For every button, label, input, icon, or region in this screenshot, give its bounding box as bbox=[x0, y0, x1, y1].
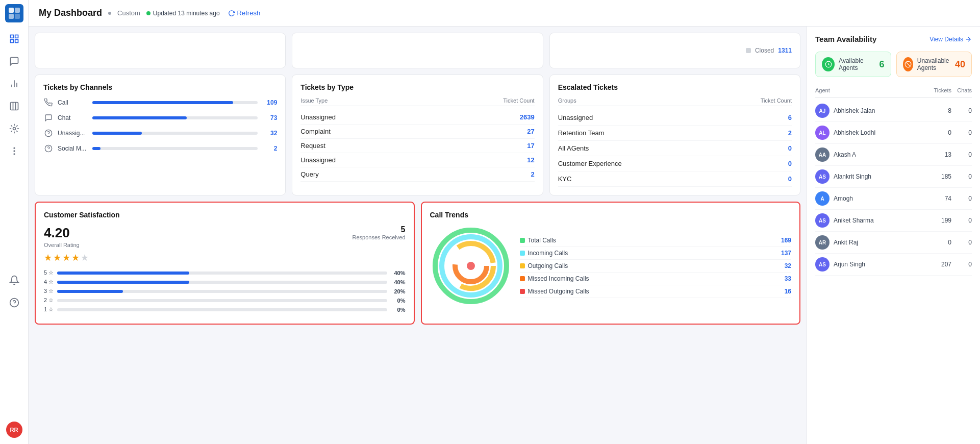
agent-ticket-count: 207 bbox=[921, 261, 951, 268]
star-3: ★ bbox=[62, 252, 70, 263]
refresh-label: Refresh bbox=[237, 9, 261, 17]
closed-indicator: Closed 1311 bbox=[746, 43, 792, 58]
channel-row: Chat 73 bbox=[43, 113, 277, 123]
tickets-type-header: Issue Type Ticket Count bbox=[300, 97, 534, 106]
sidebar-item-integrations[interactable] bbox=[4, 118, 24, 139]
legend-dot bbox=[520, 263, 525, 268]
sidebar-item-notifications[interactable] bbox=[4, 270, 24, 290]
content-area: Closed 1311 Tickets by Channels Call 109… bbox=[29, 27, 980, 444]
escalated-row: Unassigned6 bbox=[558, 110, 792, 126]
legend-count: 16 bbox=[785, 288, 791, 295]
star-1: ★ bbox=[44, 252, 52, 263]
svg-rect-3 bbox=[15, 14, 20, 19]
legend-count: 137 bbox=[781, 250, 791, 257]
call-legend: Total Calls 169 Incoming Calls 137 Outgo… bbox=[520, 234, 792, 298]
star-2: ★ bbox=[53, 252, 61, 263]
agent-chat-count: 0 bbox=[951, 151, 972, 158]
csat-responses-section: 5 Responses Received bbox=[353, 225, 406, 248]
legend-left: Incoming Calls bbox=[520, 250, 568, 257]
sidebar-item-dashboard[interactable] bbox=[4, 29, 24, 49]
escalated-group-label: Customer Experience bbox=[558, 160, 622, 167]
svg-rect-2 bbox=[9, 14, 14, 19]
csat-stars: ★ ★ ★ ★ ★ bbox=[44, 252, 406, 263]
svg-rect-6 bbox=[10, 40, 13, 43]
legend-row: Missed Incoming Calls 33 bbox=[520, 273, 792, 285]
legend-row: Outgoing Calls 32 bbox=[520, 260, 792, 273]
agent-name: Ankit Raj bbox=[834, 239, 921, 246]
tickets-by-channels-card: Tickets by Channels Call 109 Chat 73 Una… bbox=[35, 75, 286, 195]
sidebar-item-help[interactable] bbox=[4, 292, 24, 313]
agent-chat-count: 0 bbox=[951, 217, 972, 224]
type-label: Unassigned bbox=[300, 113, 336, 121]
channel-label: Social M... bbox=[58, 145, 88, 152]
main-area: My Dashboard Custom Updated 13 minutes a… bbox=[29, 0, 980, 444]
legend-count: 33 bbox=[785, 275, 791, 282]
channel-icon-unassigned bbox=[43, 128, 54, 138]
channel-bar-bg bbox=[92, 101, 258, 104]
channel-label: Call bbox=[58, 99, 88, 106]
escalated-col2: Ticket Count bbox=[761, 97, 792, 104]
escalated-title: Escalated Tickets bbox=[558, 83, 792, 91]
legend-label: Missed Outgoing Calls bbox=[528, 288, 589, 295]
csat-bar-row: 5 ☆ 40% bbox=[44, 269, 406, 276]
update-status-dot bbox=[146, 11, 150, 15]
type-row: Unassigned12 bbox=[300, 153, 534, 167]
tickets-channels-title: Tickets by Channels bbox=[43, 83, 277, 91]
csat-bar-row: 2 ☆ 0% bbox=[44, 297, 406, 304]
sidebar-item-reports[interactable] bbox=[4, 73, 24, 94]
unavailable-agents-count: 40 bbox=[955, 59, 965, 70]
refresh-button[interactable]: Refresh bbox=[228, 9, 261, 17]
col-chats-label: Chats bbox=[951, 87, 972, 93]
sidebar-item-more[interactable] bbox=[4, 141, 24, 161]
csat-rating-section: 4.20 Overall Rating bbox=[44, 225, 80, 248]
panel-header: Team Availability View Details bbox=[815, 35, 972, 43]
csat-bar-bg bbox=[57, 272, 387, 275]
star-5: ★ bbox=[81, 252, 89, 263]
svg-rect-7 bbox=[15, 40, 18, 43]
app-logo[interactable] bbox=[5, 4, 23, 22]
escalated-row: Retention Team2 bbox=[558, 126, 792, 141]
legend-left: Outgoing Calls bbox=[520, 262, 568, 269]
channel-row: Social M... 2 bbox=[43, 143, 277, 154]
svg-rect-5 bbox=[15, 35, 18, 38]
csat-responses-label: Responses Received bbox=[353, 234, 406, 240]
header: My Dashboard Custom Updated 13 minutes a… bbox=[29, 0, 980, 27]
closed-label: Closed bbox=[755, 47, 774, 54]
sidebar-item-tickets[interactable] bbox=[4, 51, 24, 71]
user-avatar[interactable]: RR bbox=[6, 422, 22, 438]
svg-point-14 bbox=[13, 128, 15, 130]
legend-left: Missed Incoming Calls bbox=[520, 275, 589, 282]
type-count: 12 bbox=[527, 156, 534, 164]
agent-row: AS Aniket Sharma 199 0 bbox=[815, 210, 972, 232]
escalated-group-label: Retention Team bbox=[558, 129, 605, 137]
agent-table-header: Agent Tickets Chats bbox=[815, 85, 972, 98]
type-count: 17 bbox=[527, 142, 534, 150]
legend-dot bbox=[520, 251, 525, 256]
agent-avatar: AS bbox=[815, 213, 830, 228]
agent-table-body: AJ Abhishek Jalan 8 0 AL Abhishek Lodhi … bbox=[815, 100, 972, 276]
escalated-group-count: 2 bbox=[788, 129, 792, 137]
channel-label: Unassig... bbox=[58, 130, 88, 137]
partial-card-2 bbox=[292, 33, 543, 68]
csat-bar-bg bbox=[57, 290, 387, 293]
refresh-icon bbox=[228, 10, 235, 17]
csat-title: Customer Satisfaction bbox=[44, 211, 406, 219]
csat-bar-row: 3 ☆ 20% bbox=[44, 288, 406, 294]
partial-top-row: Closed 1311 bbox=[35, 33, 800, 68]
csat-bar-label: 4 ☆ bbox=[44, 279, 54, 285]
agent-chat-count: 0 bbox=[951, 173, 972, 180]
partial-card-3: Closed 1311 bbox=[549, 33, 800, 68]
view-details-link[interactable]: View Details bbox=[929, 36, 972, 43]
call-trends-card: Call Trends bbox=[421, 202, 801, 325]
dashboard-main: Closed 1311 Tickets by Channels Call 109… bbox=[29, 27, 807, 444]
escalated-group-count: 0 bbox=[788, 175, 792, 183]
escalated-col1: Groups bbox=[558, 97, 576, 104]
sidebar-item-boards[interactable] bbox=[4, 96, 24, 116]
legend-row: Incoming Calls 137 bbox=[520, 247, 792, 260]
agent-name: Alankrit Singh bbox=[834, 173, 921, 180]
csat-card: Customer Satisfaction 4.20 Overall Ratin… bbox=[35, 202, 415, 325]
svg-point-17 bbox=[14, 154, 15, 155]
csat-bar-bg bbox=[57, 299, 387, 302]
agent-name: Akash A bbox=[834, 151, 921, 158]
agent-ticket-count: 74 bbox=[921, 195, 951, 202]
